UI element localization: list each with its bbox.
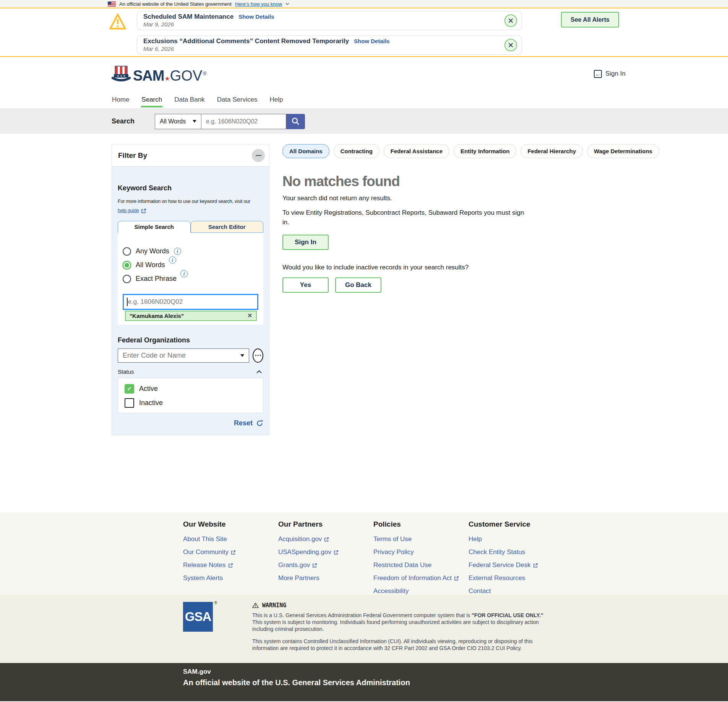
nav-item-data-bank[interactable]: Data Bank <box>174 91 205 109</box>
filter-header: Filter By <box>112 144 269 166</box>
info-icon[interactable]: i <box>169 256 176 264</box>
nav-item-data-services[interactable]: Data Services <box>217 91 258 109</box>
footer-link-grants-gov[interactable]: Grants.gov <box>278 561 373 569</box>
reset-filters[interactable]: Reset <box>118 419 263 427</box>
footer-link-contact[interactable]: Contact <box>469 587 564 595</box>
footer-link-freedom-of-information-act[interactable]: Freedom of Information Act <box>373 574 469 582</box>
org-more-options-button[interactable]: ⋯ <box>253 349 263 363</box>
all-words-radio[interactable] <box>123 261 131 269</box>
footer-warning-band: GSA ® WARNING This is a U.S. General Ser… <box>0 595 728 663</box>
footer-link-external-resources[interactable]: External Resources <box>469 574 564 582</box>
filter-title: Filter By <box>118 151 147 160</box>
footer-link-check-entity-status[interactable]: Check Entity Status <box>469 548 564 556</box>
domain-tab-federal-assistance[interactable]: Federal Assistance <box>384 144 449 158</box>
footer-link-accessibility[interactable]: Accessibility <box>373 587 469 595</box>
exact-phrase-radio[interactable] <box>123 275 131 283</box>
tab-simple-search[interactable]: Simple Search <box>118 221 191 233</box>
federal-organizations-heading: Federal Organizations <box>118 336 263 344</box>
footer-links: Our WebsiteAbout This SiteOur CommunityR… <box>0 512 728 595</box>
sign-in-note: To view Entity Registrations, Subcontrac… <box>282 208 529 227</box>
show-details-link[interactable]: Show Details <box>354 38 389 44</box>
status-inactive-row[interactable]: Inactive <box>125 398 263 408</box>
search-mode-value: All Words <box>160 118 186 125</box>
search-input[interactable]: e.g. 1606N020Q02 <box>201 114 286 129</box>
footer-link-federal-service-desk[interactable]: Federal Service Desk <box>469 561 564 569</box>
remove-tag-button[interactable]: ✕ <box>247 312 252 319</box>
logo-sam-text: SAM <box>133 68 164 83</box>
search-icon <box>291 117 300 126</box>
logo-star: ★ <box>164 76 169 82</box>
help-guide-link[interactable]: help guide <box>118 206 146 216</box>
tab-search-editor[interactable]: Search Editor <box>191 221 264 233</box>
radio-row-exact-phrase[interactable]: Exact Phrase i <box>123 275 258 283</box>
close-alert-button[interactable] <box>504 39 517 52</box>
external-link-icon <box>334 550 339 555</box>
keyword-info-text: For more information on how to use our k… <box>118 197 263 216</box>
radio-row-all-words[interactable]: All Words i <box>123 261 258 269</box>
nav-item-home[interactable]: Home <box>112 91 130 109</box>
active-checkbox[interactable]: ✓ <box>125 384 134 394</box>
footer-link-release-notes[interactable]: Release Notes <box>183 561 278 569</box>
warning-icon <box>252 602 259 608</box>
footer-link-more-partners[interactable]: More Partners <box>278 574 373 582</box>
sam-gov-search-page: An official website of the United States… <box>0 0 728 702</box>
footer-column-our-website: Our WebsiteAbout This SiteOur CommunityR… <box>183 520 278 595</box>
any-words-radio[interactable] <box>123 247 131 256</box>
org-code-select[interactable]: Enter Code or Name <box>118 349 249 363</box>
close-alert-button[interactable] <box>504 15 517 27</box>
go-back-button[interactable]: Go Back <box>335 277 381 293</box>
inactive-records-question: Would you like to include inactive recor… <box>282 264 659 271</box>
external-link-icon <box>324 537 329 542</box>
alert-date: Mar 6, 2026 <box>143 45 499 52</box>
footer-link-restricted-data-use[interactable]: Restricted Data Use <box>373 561 469 569</box>
domain-tab-entity-information[interactable]: Entity Information <box>454 144 516 158</box>
select-caret-icon <box>193 120 196 123</box>
close-icon <box>508 43 513 48</box>
collapse-filters-button[interactable] <box>252 149 265 162</box>
info-icon[interactable]: i <box>174 248 181 255</box>
footer-link-about-this-site[interactable]: About This Site <box>183 535 278 543</box>
footer-link-acquisition-gov[interactable]: Acquisition.gov <box>278 535 373 543</box>
domain-tab-wage-determinations[interactable]: Wage Determinations <box>587 144 659 158</box>
inactive-checkbox[interactable] <box>125 398 134 408</box>
alert-list: Scheduled SAM Maintenance Show Details M… <box>137 11 522 55</box>
logo-registered-mark: ® <box>203 71 206 76</box>
simple-search-panel: Any Words i All Words i Exact Phrase i <box>118 233 263 325</box>
status-label: Status <box>118 368 134 375</box>
footer-link-usaspending-gov[interactable]: USASpending.gov <box>278 548 373 556</box>
footer-link-system-alerts[interactable]: System Alerts <box>183 574 278 582</box>
keyword-input[interactable]: e.g. 1606N020Q02 <box>123 294 258 310</box>
yes-button[interactable]: Yes <box>282 277 329 293</box>
status-active-row[interactable]: ✓ Active <box>125 384 263 394</box>
footer-link-our-community[interactable]: Our Community <box>183 548 278 556</box>
footer-column-customer-service: Customer ServiceHelpCheck Entity StatusF… <box>469 520 564 595</box>
keyword-tag-label: "Kamukama Alexis" <box>130 313 184 319</box>
footer-link-privacy-policy[interactable]: Privacy Policy <box>373 548 469 556</box>
keyword-tag: "Kamukama Alexis" ✕ <box>125 311 257 321</box>
sign-in-button[interactable]: Sign In <box>282 235 329 250</box>
reset-icon <box>256 420 263 427</box>
search-submit-button[interactable] <box>286 114 305 129</box>
footer-column-policies: PoliciesTerms of UsePrivacy PolicyRestri… <box>373 520 469 595</box>
sign-in-link[interactable]: ← Sign In <box>594 70 626 78</box>
search-mode-select[interactable]: All Words <box>155 114 201 129</box>
nav-item-help[interactable]: Help <box>269 91 283 109</box>
nav-item-search[interactable]: Search <box>141 91 162 109</box>
radio-row-any-words[interactable]: Any Words i <box>123 247 258 256</box>
show-details-link[interactable]: Show Details <box>238 13 274 20</box>
footer-column-heading: Our Partners <box>278 520 373 529</box>
reset-label: Reset <box>234 419 253 427</box>
keyword-tabs: Simple Search Search Editor <box>118 221 263 233</box>
see-all-alerts-button[interactable]: See All Alerts <box>561 12 619 28</box>
domain-tab-all-domains[interactable]: All Domains <box>282 144 329 158</box>
info-icon[interactable]: i <box>180 270 188 277</box>
footer-link-terms-of-use[interactable]: Terms of Use <box>373 535 469 543</box>
status-section-header[interactable]: Status <box>118 368 263 375</box>
sam-gov-logo[interactable]: ★ ★ ★ SAM★GOV® <box>112 65 206 83</box>
sign-in-arrow-icon: ← <box>594 70 602 78</box>
domain-tab-contracting[interactable]: Contracting <box>334 144 379 158</box>
footer-identity: SAM.gov An official website of the U.S. … <box>0 663 728 701</box>
domain-tab-federal-hierarchy[interactable]: Federal Hierarchy <box>520 144 583 158</box>
footer-link-help[interactable]: Help <box>469 535 564 543</box>
how-you-know-link[interactable]: Here’s how you know <box>235 1 282 7</box>
